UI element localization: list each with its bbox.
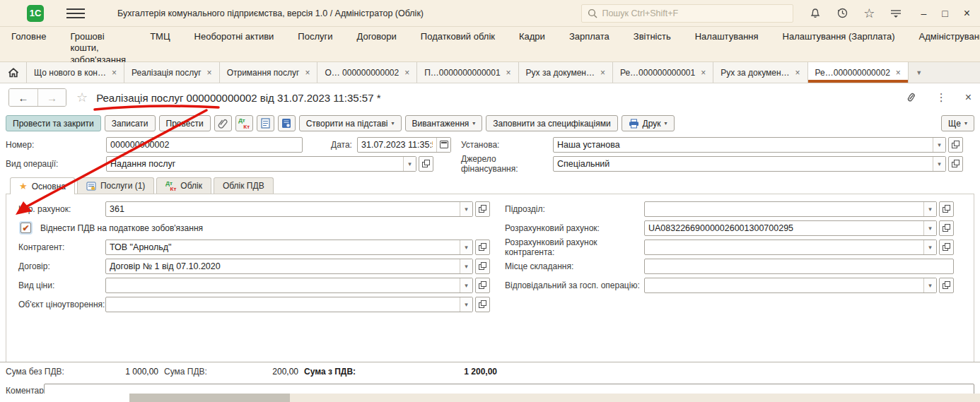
open-button[interactable] bbox=[939, 220, 954, 236]
open-button[interactable] bbox=[939, 278, 954, 293]
close-tab-icon[interactable]: × bbox=[701, 68, 706, 78]
section-administruvannia[interactable]: Адміністрування bbox=[919, 31, 980, 61]
counterparty-bank-account-input[interactable] bbox=[645, 240, 923, 254]
section-nalashtuvannia[interactable]: Налаштування bbox=[695, 31, 759, 61]
place-of-drawing-input[interactable] bbox=[645, 259, 953, 273]
price-type-input[interactable] bbox=[106, 278, 460, 292]
print-button[interactable]: Друк▾ bbox=[622, 115, 675, 131]
document-report-button[interactable] bbox=[257, 115, 274, 131]
nav-forward-button[interactable]: → bbox=[37, 89, 66, 106]
dropdown-button[interactable]: ▾ bbox=[460, 278, 472, 292]
open-button[interactable] bbox=[419, 156, 433, 172]
global-search[interactable] bbox=[581, 4, 793, 23]
favorites-star-icon[interactable]: ☆ bbox=[863, 7, 875, 20]
section-kadry[interactable]: Кадри bbox=[519, 31, 545, 61]
number-input[interactable] bbox=[107, 138, 302, 152]
section-zarplata[interactable]: Зарплата bbox=[569, 31, 609, 61]
tab-ruh-za-dokumentom-1[interactable]: Рух за докумен…× bbox=[519, 62, 613, 83]
tab-doc-re-000000000002-active[interactable]: Ре…000000000002× bbox=[808, 62, 909, 83]
more-actions-button[interactable]: Ще▾ bbox=[941, 115, 974, 131]
dropdown-button[interactable]: ▾ bbox=[923, 240, 936, 254]
dropdown-button[interactable]: ▾ bbox=[923, 278, 936, 292]
section-nalashtuvannia-zarplata[interactable]: Налаштування (Зарплата) bbox=[783, 31, 895, 61]
close-tab-icon[interactable]: × bbox=[795, 68, 800, 78]
tab-home[interactable] bbox=[0, 62, 27, 83]
close-tab-icon[interactable]: × bbox=[506, 68, 511, 78]
create-based-on-button[interactable]: Створити на підставі▾ bbox=[299, 115, 402, 131]
section-holovne[interactable]: Головне bbox=[11, 31, 46, 61]
date-picker-button[interactable] bbox=[436, 138, 450, 152]
fill-by-spec-button[interactable]: Заповнити за специфікаціями bbox=[486, 115, 617, 131]
main-menu-icon[interactable] bbox=[66, 8, 85, 18]
page-tab-posluhy[interactable]: Послуги (1) bbox=[77, 177, 154, 194]
dropdown-button[interactable]: ▾ bbox=[933, 157, 945, 171]
horizontal-scrollbar-thumb[interactable] bbox=[129, 394, 290, 402]
open-button[interactable] bbox=[475, 240, 490, 255]
dropdown-button[interactable]: ▾ bbox=[460, 259, 472, 273]
dropdown-button[interactable]: ▾ bbox=[403, 157, 416, 171]
close-tab-icon[interactable]: × bbox=[207, 68, 212, 78]
section-podatkovyi-oblik[interactable]: Податковий облік bbox=[421, 31, 495, 61]
history-icon[interactable] bbox=[836, 7, 848, 20]
search-input[interactable] bbox=[602, 8, 787, 18]
dropdown-button[interactable]: ▾ bbox=[923, 202, 936, 216]
dropdown-button[interactable]: ▾ bbox=[460, 297, 472, 312]
dt-kt-postings-button[interactable]: Дт Кт bbox=[235, 115, 253, 131]
counterparty-input[interactable] bbox=[106, 240, 460, 254]
open-button[interactable] bbox=[939, 240, 954, 255]
tab-whats-new[interactable]: Що нового в кон…× bbox=[27, 62, 124, 83]
get-link-icon[interactable] bbox=[905, 92, 918, 103]
section-posluhy[interactable]: Послуги bbox=[298, 31, 332, 61]
open-button[interactable] bbox=[475, 201, 490, 217]
dropdown-button[interactable]: ▾ bbox=[460, 202, 472, 216]
tab-realizatsiia-posluh-list[interactable]: Реалізація послуг× bbox=[124, 62, 220, 83]
org-input[interactable] bbox=[554, 138, 933, 152]
tab-doc-p-000000000001[interactable]: П…0000000000001× bbox=[417, 62, 518, 83]
notifications-bell-icon[interactable] bbox=[809, 7, 822, 20]
tab-otrymannia-posluh-list[interactable]: Отримання послуг× bbox=[220, 62, 318, 83]
responsible-input[interactable] bbox=[645, 278, 923, 292]
close-window-button[interactable]: × bbox=[964, 7, 970, 20]
section-tmc[interactable]: ТМЦ bbox=[150, 31, 170, 61]
open-button[interactable] bbox=[948, 137, 963, 153]
close-tab-icon[interactable]: × bbox=[896, 68, 901, 78]
page-tab-oblik[interactable]: Дт Кт Облік bbox=[156, 177, 211, 194]
post-and-close-button[interactable]: Провести та закрити bbox=[6, 115, 101, 131]
page-tab-oblik-pdv[interactable]: Облік ПДВ bbox=[214, 177, 274, 194]
dropdown-button[interactable]: ▾ bbox=[933, 138, 945, 152]
structure-journal-button[interactable] bbox=[278, 115, 296, 131]
section-zvitnist[interactable]: Звітність bbox=[634, 31, 671, 61]
close-tab-icon[interactable]: × bbox=[404, 68, 409, 78]
section-neoborotni-aktyvy[interactable]: Необоротні активи bbox=[194, 31, 274, 61]
tab-ruh-za-dokumentom-2[interactable]: Рух за докумен…× bbox=[713, 62, 807, 83]
minimize-button[interactable]: – bbox=[921, 8, 926, 19]
tab-doc-o-000000000002[interactable]: О… 000000000002× bbox=[317, 62, 417, 83]
close-tab-icon[interactable]: × bbox=[305, 68, 310, 78]
service-menu-icon[interactable] bbox=[889, 7, 902, 20]
maximize-button[interactable]: □ bbox=[942, 8, 947, 19]
open-button[interactable] bbox=[475, 278, 490, 293]
date-input[interactable] bbox=[358, 138, 436, 152]
section-hroshovi-koshty[interactable]: Грошові кошти, зобов'язання bbox=[70, 31, 126, 61]
tab-doc-re-000000000001[interactable]: Ре…000000000001× bbox=[613, 62, 713, 83]
open-button[interactable] bbox=[475, 297, 490, 312]
close-document-icon[interactable]: × bbox=[965, 91, 972, 104]
kor-account-input[interactable] bbox=[106, 202, 460, 216]
open-button[interactable] bbox=[948, 156, 963, 172]
funding-source-input[interactable] bbox=[554, 157, 933, 171]
post-button[interactable]: Провести bbox=[159, 115, 211, 131]
department-input[interactable] bbox=[645, 202, 923, 216]
save-button[interactable]: Записати bbox=[105, 115, 156, 131]
section-dohovory[interactable]: Договори bbox=[356, 31, 396, 61]
pricing-object-input[interactable] bbox=[106, 297, 460, 312]
add-favorite-star-icon[interactable]: ☆ bbox=[76, 90, 88, 105]
page-tab-osnovna[interactable]: ★ Основна bbox=[10, 177, 75, 194]
attachments-button[interactable] bbox=[214, 115, 232, 131]
contract-input[interactable] bbox=[106, 259, 460, 273]
open-button[interactable] bbox=[939, 201, 954, 217]
operation-type-input[interactable] bbox=[107, 157, 403, 171]
dropdown-button[interactable]: ▾ bbox=[923, 221, 936, 235]
vat-checkbox[interactable]: ✔ bbox=[21, 223, 31, 233]
dropdown-button[interactable]: ▾ bbox=[460, 240, 472, 254]
upload-button[interactable]: Вивантаження▾ bbox=[405, 115, 483, 131]
